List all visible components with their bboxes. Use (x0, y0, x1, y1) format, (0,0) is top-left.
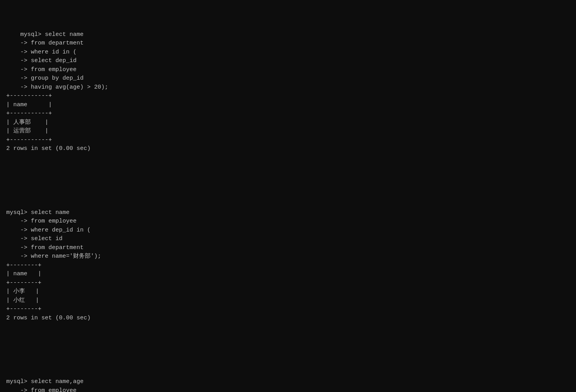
table-mid-border-2: +--------+ (6, 280, 41, 286)
cont-line-1-5: -> group by dep_id (6, 75, 84, 82)
table-top-border-1: +-----------+ (6, 93, 52, 99)
cont-line-2-1: -> from employee (6, 218, 77, 225)
table-mid-border-1: +-----------+ (6, 110, 52, 117)
prompt-line-2: mysql> select name (6, 209, 70, 216)
cont-line-2-3: -> select id (6, 235, 62, 242)
table-row-1-2: | 运营部 | (6, 128, 48, 134)
table-top-border-2: +--------+ (6, 262, 41, 269)
query-block-1: mysql> select name -> from department ->… (6, 21, 570, 162)
cont-line-2-5: -> where name='财务部'); (6, 253, 101, 260)
prompt-line-3: mysql> select name,age (6, 378, 84, 385)
table-row-2-1: | 小李 | (6, 288, 39, 295)
result-info-1: 2 rows in set (0.00 sec) (6, 145, 91, 152)
table-header-1: | name | (6, 102, 52, 108)
cont-line-1-6: -> having avg(age) > 20); (6, 84, 108, 91)
table-row-2-2: | 小红 | (6, 297, 39, 304)
table-row-1-1: | 人事部 | (6, 119, 48, 126)
cont-line-3-1: -> from employee (6, 387, 77, 392)
prompt-line-1: mysql> select name (20, 31, 84, 38)
query-block-3: mysql> select name,age -> from employee … (6, 360, 570, 392)
query-block-2: mysql> select name -> from employee -> w… (6, 191, 570, 331)
cont-line-2-2: -> where dep_id in ( (6, 227, 91, 233)
cont-line-1-2: -> where id in ( (6, 49, 77, 55)
terminal-output: mysql> select name -> from department ->… (6, 4, 570, 392)
cont-line-2-4: -> from department (6, 244, 84, 251)
table-bot-border-2: +--------+ (6, 306, 41, 312)
cont-line-1-4: -> from employee (6, 66, 77, 73)
cont-line-1-3: -> select dep_id (6, 57, 77, 64)
table-bot-border-1: +-----------+ (6, 137, 52, 143)
table-header-2: | name | (6, 271, 41, 277)
cont-line-1-1: -> from department (6, 40, 84, 46)
result-info-2: 2 rows in set (0.00 sec) (6, 315, 91, 321)
